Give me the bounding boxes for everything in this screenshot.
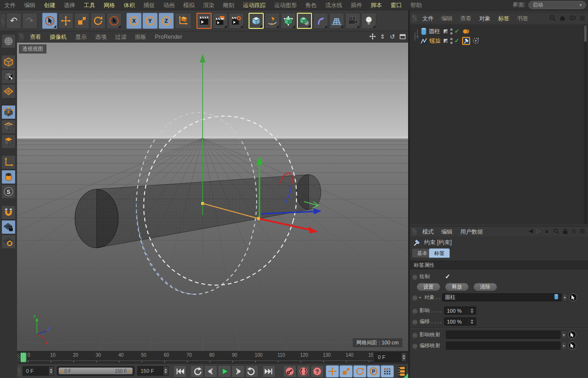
play-forward-button[interactable]: [218, 365, 231, 378]
timeline-grip[interactable]: [17, 353, 20, 362]
coordinate-system-button[interactable]: [175, 13, 192, 29]
constraint-tag-selected[interactable]: [462, 37, 470, 45]
add-floor-button[interactable]: [329, 13, 344, 29]
object-list-scrollbar[interactable]: [584, 25, 587, 224]
menu-item[interactable]: 插件: [347, 0, 366, 10]
viewport-menu-item[interactable]: 查看: [26, 32, 45, 42]
keyframe-dot-icon[interactable]: ◎: [410, 273, 419, 280]
end-frame-spinner[interactable]: 150 F: [137, 366, 169, 376]
render-settings-button[interactable]: [229, 13, 244, 29]
lock-icon[interactable]: [562, 228, 568, 234]
key-pla-toggle[interactable]: [381, 365, 394, 378]
tab-tag[interactable]: 标签: [429, 248, 450, 258]
object-row-helix[interactable]: 螺旋 ✓: [410, 36, 588, 45]
undo-button[interactable]: ↶: [6, 13, 21, 29]
viewport-menu-item[interactable]: 摄像机: [45, 32, 71, 42]
expand-icon[interactable]: ▸: [419, 295, 424, 299]
influence-map-field[interactable]: [446, 331, 561, 339]
menu-item[interactable]: 流水线: [321, 0, 347, 10]
pick-object-button[interactable]: [569, 293, 577, 301]
workplane-mode-button[interactable]: [1, 84, 16, 98]
menu-item[interactable]: 运动图形: [270, 0, 301, 10]
view-label[interactable]: 透视视图: [19, 44, 46, 53]
menu-item[interactable]: 选择: [60, 0, 80, 10]
object-list[interactable]: 圆柱 ✓ 螺旋 ✓: [410, 25, 588, 224]
enable-axis-button[interactable]: [1, 155, 16, 169]
section-header[interactable]: 标签属性: [410, 261, 588, 269]
om-menu-item[interactable]: 书签: [513, 13, 532, 24]
am-grip[interactable]: [412, 228, 417, 236]
menu-item[interactable]: 编辑: [20, 0, 40, 10]
lock-z-axis-button[interactable]: Z: [159, 13, 174, 29]
home-icon[interactable]: [559, 15, 566, 21]
range-right-arrow-icon[interactable]: [129, 369, 132, 373]
maximize-view-icon[interactable]: [399, 33, 406, 40]
stepper-arrows[interactable]: [401, 352, 407, 362]
om-menu-item[interactable]: 文件: [419, 13, 437, 24]
workplane-snap-button[interactable]: [1, 235, 16, 249]
add-panel-icon[interactable]: ⊞: [579, 14, 585, 22]
viewport-solo-single-button[interactable]: S: [1, 185, 16, 199]
add-deformer-button[interactable]: [313, 13, 328, 29]
viewport[interactable]: 查看摄像机显示选项过滤面板ProRender ⇕ ↺: [17, 31, 408, 351]
menu-item[interactable]: 文件: [0, 0, 20, 10]
menu-item[interactable]: 网格: [99, 0, 119, 10]
workplane-lock-button[interactable]: [1, 220, 16, 234]
toolbar-grip[interactable]: [1, 15, 5, 27]
menu-item[interactable]: 创建: [40, 0, 60, 10]
go-to-end-button[interactable]: [262, 365, 276, 378]
make-editable-button[interactable]: [1, 34, 16, 48]
search-icon[interactable]: [549, 15, 556, 21]
menu-item[interactable]: 帮助: [406, 0, 426, 10]
start-frame-spinner[interactable]: 0 F: [23, 366, 54, 376]
play-reverse-button[interactable]: [190, 365, 204, 378]
lock-x-axis-button[interactable]: X: [126, 13, 142, 29]
viewport-menu-item[interactable]: 面板: [131, 32, 151, 42]
pick-object-button[interactable]: [568, 342, 576, 350]
model-mode-button[interactable]: [1, 55, 16, 69]
keyframe-dot-icon[interactable]: ◎: [410, 294, 419, 301]
viewport-solo-off-button[interactable]: [1, 170, 16, 184]
layer-toggle[interactable]: [443, 38, 448, 44]
keyframe-dot-icon[interactable]: ◎: [410, 332, 419, 338]
history-forward-icon[interactable]: ▷: [536, 228, 541, 234]
viewport-canvas[interactable]: Y X Z: [17, 43, 408, 351]
stepper-arrows[interactable]: [468, 308, 473, 313]
offset-field[interactable]: 100 %: [444, 317, 476, 325]
object-row-cylinder[interactable]: 圆柱 ✓: [410, 26, 588, 36]
stepper-arrows[interactable]: [163, 366, 169, 376]
rotate-tool-button[interactable]: [90, 13, 106, 29]
record-keyframe-button[interactable]: [283, 365, 296, 378]
viewport-menu-item[interactable]: 选项: [91, 32, 111, 42]
go-to-start-button[interactable]: [173, 365, 187, 378]
next-key-button[interactable]: [232, 365, 245, 378]
menu-item[interactable]: 运动跟踪: [239, 0, 270, 10]
enable-check[interactable]: ✓: [454, 37, 459, 44]
up-level-icon[interactable]: ▲: [544, 228, 550, 234]
interface-dropdown[interactable]: 启动 ▾: [528, 1, 586, 9]
stepper-arrows[interactable]: [468, 319, 473, 324]
am-menu-item[interactable]: 编辑: [437, 227, 456, 237]
menu-item[interactable]: 角色: [301, 0, 321, 10]
timeline-playhead[interactable]: [20, 352, 27, 362]
phong-tag[interactable]: [462, 27, 470, 35]
pick-object-button[interactable]: [568, 331, 576, 339]
am-menu-item[interactable]: 用户数据: [456, 227, 487, 237]
points-mode-button[interactable]: [1, 105, 16, 119]
enable-check[interactable]: ✓: [454, 28, 459, 35]
draw-checkbox[interactable]: ✓: [445, 273, 450, 280]
stepper-arrows[interactable]: [49, 366, 54, 376]
menu-item[interactable]: 窗口: [386, 0, 406, 10]
link-menu-arrow[interactable]: ▸: [562, 293, 568, 301]
viewport-menu-item[interactable]: 过滤: [111, 32, 131, 42]
object-name[interactable]: 螺旋: [429, 37, 441, 45]
edges-mode-button[interactable]: [1, 120, 16, 134]
range-left-arrow-icon[interactable]: [60, 369, 62, 373]
add-primitive-cube-button[interactable]: [249, 13, 264, 29]
om-grip[interactable]: [412, 15, 417, 22]
timeline-ticks[interactable]: 0102030405060708090100110120130140150: [27, 352, 373, 363]
keyframe-dot-icon[interactable]: ◎: [410, 308, 419, 314]
key-scale-toggle[interactable]: [339, 365, 353, 378]
polygons-mode-button[interactable]: [1, 134, 16, 149]
viewport-menu-item[interactable]: 显示: [71, 32, 91, 42]
